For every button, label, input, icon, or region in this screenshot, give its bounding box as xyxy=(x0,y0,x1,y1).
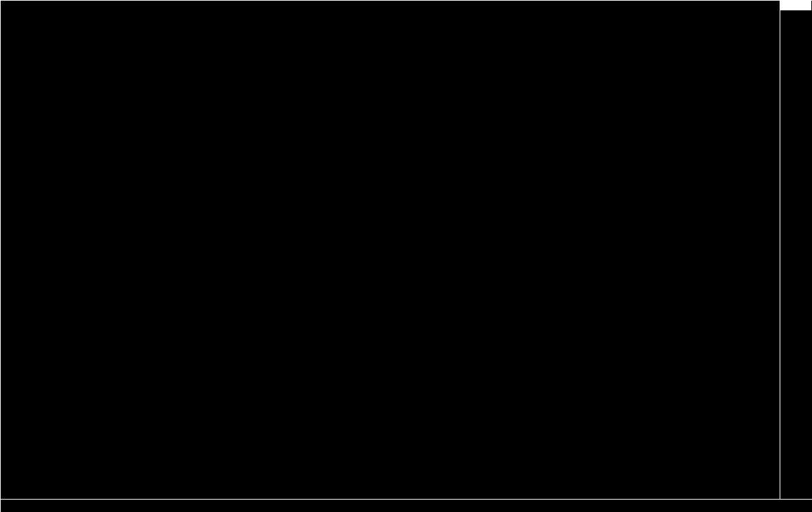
chart-title xyxy=(3,2,10,12)
time-axis[interactable] xyxy=(1,499,812,512)
price-axis[interactable] xyxy=(780,1,812,499)
current-price-tag xyxy=(780,1,811,10)
indicator-panels xyxy=(1,1,780,499)
trading-chart-window xyxy=(0,0,812,512)
cja-indicator-dashboard xyxy=(648,14,772,15)
